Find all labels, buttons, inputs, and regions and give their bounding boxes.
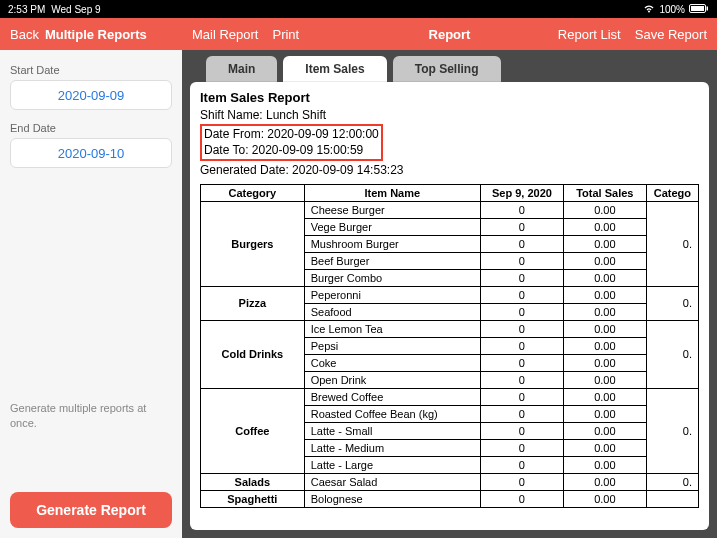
start-date-label: Start Date: [10, 64, 172, 76]
tab-top-selling[interactable]: Top Selling: [393, 56, 501, 82]
col-total: Total Sales: [563, 184, 646, 201]
cell-total: 0.00: [563, 303, 646, 320]
cell-total: 0.00: [563, 286, 646, 303]
cell-total: 0.00: [563, 269, 646, 286]
col-category: Category: [201, 184, 305, 201]
cell-category: Salads: [201, 473, 305, 490]
cell-extra: 0.: [646, 473, 698, 490]
cell-qty: 0: [480, 337, 563, 354]
report-date-to: Date To: 2020-09-09 15:00:59: [204, 142, 379, 158]
cell-category: Pizza: [201, 286, 305, 320]
table-row: CoffeeBrewed Coffee00.000.: [201, 388, 699, 405]
print-button[interactable]: Print: [272, 27, 299, 42]
table-row: SaladsCaesar Salad00.000.: [201, 473, 699, 490]
cell-qty: 0: [480, 354, 563, 371]
cell-item-name: Open Drink: [304, 371, 480, 388]
cell-item-name: Caesar Salad: [304, 473, 480, 490]
col-date: Sep 9, 2020: [480, 184, 563, 201]
back-button[interactable]: Back: [10, 27, 39, 42]
cell-item-name: Brewed Coffee: [304, 388, 480, 405]
cell-item-name: Latte - Medium: [304, 439, 480, 456]
page-title: Report: [429, 27, 471, 42]
cell-total: 0.00: [563, 439, 646, 456]
date-range-highlight: Date From: 2020-09-09 12:00:00 Date To: …: [200, 124, 383, 160]
cell-qty: 0: [480, 252, 563, 269]
cell-item-name: Latte - Large: [304, 456, 480, 473]
report-shift: Shift Name: Lunch Shift: [200, 107, 699, 123]
cell-qty: 0: [480, 371, 563, 388]
cell-total: 0.00: [563, 201, 646, 218]
generate-report-button[interactable]: Generate Report: [10, 492, 172, 528]
sidebar-title: Multiple Reports: [45, 27, 147, 42]
cell-qty: 0: [480, 422, 563, 439]
report-panel: Item Sales Report Shift Name: Lunch Shif…: [190, 82, 709, 530]
tab-item-sales[interactable]: Item Sales: [283, 56, 386, 82]
cell-item-name: Pepsi: [304, 337, 480, 354]
sidebar: Start Date 2020-09-09 End Date 2020-09-1…: [0, 50, 182, 538]
battery-icon: [689, 4, 709, 15]
cell-category: Burgers: [201, 201, 305, 286]
cell-item-name: Roasted Coffee Bean (kg): [304, 405, 480, 422]
cell-total: 0.00: [563, 354, 646, 371]
cell-qty: 0: [480, 388, 563, 405]
sidebar-hint: Generate multiple reports at once.: [10, 401, 172, 430]
col-item: Item Name: [304, 184, 480, 201]
cell-qty: 0: [480, 218, 563, 235]
cell-total: 0.00: [563, 405, 646, 422]
svg-rect-2: [707, 6, 709, 10]
end-date-label: End Date: [10, 122, 172, 134]
status-date: Wed Sep 9: [51, 4, 100, 15]
mail-report-button[interactable]: Mail Report: [192, 27, 258, 42]
item-sales-table: Category Item Name Sep 9, 2020 Total Sal…: [200, 184, 699, 508]
cell-qty: 0: [480, 303, 563, 320]
cell-item-name: Beef Burger: [304, 252, 480, 269]
cell-category: Cold Drinks: [201, 320, 305, 388]
cell-qty: 0: [480, 456, 563, 473]
status-time: 2:53 PM: [8, 4, 45, 15]
tabs: Main Item Sales Top Selling: [182, 50, 717, 82]
cell-item-name: Latte - Small: [304, 422, 480, 439]
cell-category: Spaghetti: [201, 490, 305, 507]
table-row: SpaghettiBolognese00.00: [201, 490, 699, 507]
cell-qty: 0: [480, 235, 563, 252]
cell-total: 0.00: [563, 490, 646, 507]
svg-rect-1: [691, 6, 704, 11]
cell-total: 0.00: [563, 388, 646, 405]
end-date-field[interactable]: 2020-09-10: [10, 138, 172, 168]
cell-total: 0.00: [563, 337, 646, 354]
cell-item-name: Peperonni: [304, 286, 480, 303]
app-header: Back Multiple Reports Mail Report Print …: [0, 18, 717, 50]
cell-qty: 0: [480, 201, 563, 218]
cell-total: 0.00: [563, 235, 646, 252]
cell-qty: 0: [480, 320, 563, 337]
cell-extra: 0.: [646, 388, 698, 473]
cell-total: 0.00: [563, 422, 646, 439]
cell-qty: 0: [480, 405, 563, 422]
cell-extra: 0.: [646, 201, 698, 286]
cell-extra: [646, 490, 698, 507]
cell-qty: 0: [480, 286, 563, 303]
cell-qty: 0: [480, 439, 563, 456]
report-title: Item Sales Report: [200, 90, 699, 105]
cell-total: 0.00: [563, 456, 646, 473]
cell-total: 0.00: [563, 320, 646, 337]
cell-item-name: Seafood: [304, 303, 480, 320]
cell-item-name: Bolognese: [304, 490, 480, 507]
report-list-button[interactable]: Report List: [558, 27, 621, 42]
table-row: PizzaPeperonni00.000.: [201, 286, 699, 303]
report-generated: Generated Date: 2020-09-09 14:53:23: [200, 162, 699, 178]
table-row: BurgersCheese Burger00.000.: [201, 201, 699, 218]
cell-item-name: Burger Combo: [304, 269, 480, 286]
cell-extra: 0.: [646, 286, 698, 320]
report-table-scroll[interactable]: Category Item Name Sep 9, 2020 Total Sal…: [200, 184, 699, 528]
tab-main[interactable]: Main: [206, 56, 277, 82]
cell-qty: 0: [480, 269, 563, 286]
status-bar: 2:53 PM Wed Sep 9 100%: [0, 0, 717, 18]
cell-qty: 0: [480, 473, 563, 490]
main-area: Main Item Sales Top Selling Item Sales R…: [182, 50, 717, 538]
battery-text: 100%: [659, 4, 685, 15]
cell-total: 0.00: [563, 218, 646, 235]
cell-total: 0.00: [563, 473, 646, 490]
save-report-button[interactable]: Save Report: [635, 27, 707, 42]
start-date-field[interactable]: 2020-09-09: [10, 80, 172, 110]
